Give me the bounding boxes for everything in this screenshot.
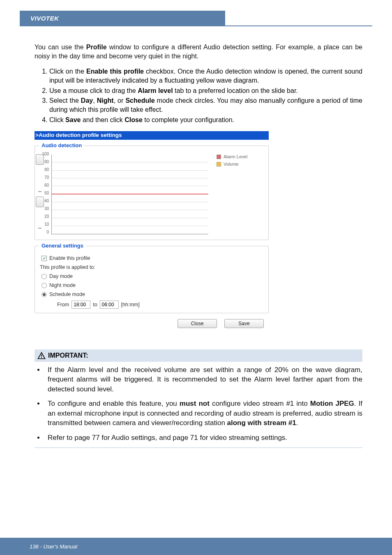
save-button[interactable]: Save	[224, 319, 264, 328]
schedule-mode-label: Schedule mode	[49, 291, 85, 297]
legend-alarm-level: Alarm Level	[217, 154, 247, 159]
general-settings-legend: General settings	[39, 243, 86, 249]
warning-icon	[37, 352, 46, 360]
body-content: You can use the Profile window to config…	[35, 43, 362, 328]
header-divider	[20, 25, 372, 26]
audio-detection-legend: Audio detection	[39, 142, 84, 148]
tick-0: 0	[40, 230, 49, 234]
hhmm-hint: [hh:mm]	[121, 302, 140, 308]
day-mode-label: Day mode	[49, 273, 73, 279]
night-mode-radio[interactable]	[42, 283, 47, 288]
important-item-1: If the Alarm level and the received volu…	[44, 365, 362, 394]
svg-point-1	[41, 357, 42, 358]
audio-level-chart: 100 90 80 70 60 50 40 30 20 10 0	[40, 153, 208, 236]
general-settings-fieldset: General settings Enable this profile Thi…	[35, 246, 269, 313]
schedule-mode-radio[interactable]	[42, 292, 47, 297]
night-mode-row[interactable]: Night mode	[42, 282, 264, 288]
day-mode-row[interactable]: Day mode	[42, 273, 264, 279]
day-mode-radio[interactable]	[42, 274, 47, 279]
page: VIVOTEK You can use the Profile window t…	[0, 0, 392, 555]
tick-30: 30	[40, 206, 49, 211]
swatch-volume-icon	[217, 162, 221, 166]
enable-profile-row[interactable]: Enable this profile	[42, 255, 264, 261]
important-list: If the Alarm level and the received volu…	[44, 365, 362, 442]
tick-70: 70	[40, 175, 49, 180]
tick-90: 90	[40, 160, 49, 164]
important-title: IMPORTANT:	[48, 352, 88, 359]
important-divider	[35, 447, 362, 448]
header-bar: VIVOTEK	[20, 11, 225, 25]
chart-wrap: 100 90 80 70 60 50 40 30 20 10 0	[40, 153, 264, 236]
intro-bold-profile: Profile	[86, 44, 107, 51]
tick-100: 100	[40, 152, 49, 156]
to-label: to	[93, 302, 97, 308]
schedule-time-row: From to [hh:mm]	[57, 301, 264, 309]
important-item-2: To configure and enable this feature, yo…	[44, 399, 362, 428]
step-2: Use a mouse click to drag the Alarm leve…	[49, 86, 362, 95]
tick-40: 40	[40, 199, 49, 203]
schedule-mode-row[interactable]: Schedule mode	[42, 291, 264, 297]
tick-20: 20	[40, 214, 49, 219]
button-row: Close Save	[35, 319, 269, 328]
from-label: From	[57, 302, 69, 308]
from-time-input[interactable]	[71, 301, 90, 309]
important-section: IMPORTANT: If the Alarm level and the re…	[35, 349, 362, 448]
chart-legend: Alarm Level Volume	[217, 154, 247, 236]
enable-profile-label: Enable this profile	[49, 255, 90, 261]
brand-label: VIVOTEK	[30, 15, 59, 22]
audio-detection-fieldset: Audio detection 100 90 80 70 60	[35, 146, 269, 240]
step-3: Select the Day, Night, or Schedule mode …	[49, 96, 362, 115]
legend-volume: Volume	[217, 162, 247, 166]
chart-plot-area	[51, 155, 208, 234]
step-1: Click on the Enable this profile checkbo…	[49, 67, 362, 86]
tick-80: 80	[40, 167, 49, 172]
panel-title: >Audio detection profile settings	[35, 131, 269, 140]
enable-profile-checkbox[interactable]	[42, 256, 47, 261]
step-4: Click Save and then click Close to compl…	[49, 116, 362, 125]
intro-paragraph: You can use the Profile window to config…	[35, 43, 362, 61]
important-item-3: Refer to page 77 for Audio settings, and…	[44, 433, 362, 442]
night-mode-label: Night mode	[49, 282, 76, 288]
tick-10: 10	[40, 222, 49, 227]
important-header: IMPORTANT:	[35, 349, 362, 362]
steps-list: Click on the Enable this profile checkbo…	[49, 67, 362, 125]
tick-50: 50	[40, 191, 49, 195]
intro-pre: You can use the	[35, 44, 86, 51]
close-button[interactable]: Close	[178, 319, 217, 328]
applied-to-label: This profile is applied to:	[40, 264, 264, 270]
profile-settings-panel: >Audio detection profile settings Audio …	[35, 131, 269, 328]
footer-bar: 138 - User's Manual	[0, 538, 392, 555]
tick-60: 60	[40, 183, 49, 187]
alarm-level-line	[52, 194, 208, 194]
swatch-alarm-icon	[217, 155, 221, 159]
footer-text: 138 - User's Manual	[30, 543, 77, 550]
to-time-input[interactable]	[100, 301, 119, 309]
